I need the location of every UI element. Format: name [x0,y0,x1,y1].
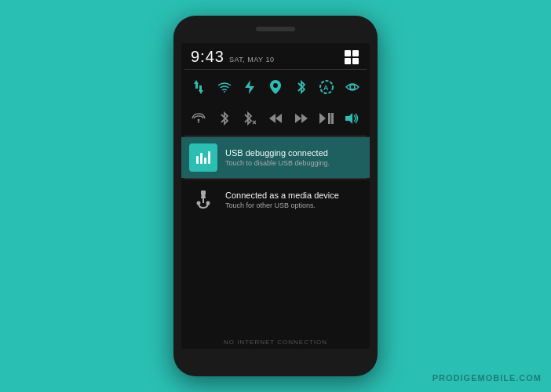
svg-rect-20 [331,113,334,124]
rewind-icon[interactable] [265,107,286,129]
svg-marker-5 [245,80,254,94]
media-row [181,104,370,136]
flash-icon[interactable] [239,76,261,98]
usb-debug-content: USB debugging connected Touch to disable… [225,148,362,167]
bluetooth2-icon[interactable] [213,107,235,129]
svg-marker-14 [269,114,276,123]
usb-media-icon [189,186,217,214]
phone-screen: 9:43 SAT, MAY 10 [181,43,370,349]
svg-rect-23 [203,198,204,203]
svg-marker-16 [295,114,301,123]
usb-debug-notification[interactable]: USB debugging connected Touch to disable… [181,136,370,178]
svg-point-9 [350,85,355,89]
svg-marker-21 [345,113,352,124]
svg-point-4 [224,91,225,93]
svg-rect-22 [201,191,206,198]
fast-forward-icon[interactable] [290,107,312,129]
auto-rotate-icon[interactable]: A [316,76,338,98]
eye-icon[interactable] [341,76,363,98]
radio-icon[interactable] [188,107,210,129]
svg-point-10 [198,119,200,122]
usb-debug-title: USB debugging connected [225,148,362,158]
phone-speaker [256,27,295,31]
svg-rect-3 [199,85,202,90]
svg-rect-19 [328,113,330,124]
svg-marker-17 [301,114,308,123]
svg-text:A: A [323,84,329,92]
phone-body: 9:43 SAT, MAY 10 [173,16,378,376]
bottom-bar: NO INTERNET CONNECTION [181,336,370,349]
wifi-icon[interactable] [213,76,235,98]
usb-media-subtitle: Touch for other USB options. [225,201,362,209]
svg-rect-1 [195,84,198,89]
svg-point-6 [273,83,278,88]
status-time: 9:43 [191,48,224,66]
svg-marker-2 [199,90,203,94]
usb-debug-icon-box [189,143,217,172]
svg-point-24 [197,201,201,205]
location-icon[interactable] [265,76,286,98]
grid-icon [343,49,360,66]
bluetooth-connect-icon[interactable] [239,107,261,129]
status-date: SAT, MAY 10 [229,56,275,64]
usb-debug-subtitle: Touch to disable USB debugging. [225,159,362,167]
svg-point-25 [206,201,210,205]
watermark: PRODIGEMOBILE.COM [432,373,542,383]
svg-marker-18 [319,113,326,124]
usb-media-content: Connected as a media device Touch for ot… [225,191,362,209]
play-pause-icon[interactable] [316,107,338,129]
status-right [343,49,360,66]
phone-wrapper: 9:43 SAT, MAY 10 [173,16,378,376]
usb-media-title: Connected as a media device [225,191,362,200]
svg-marker-0 [194,80,199,84]
data-transfer-icon[interactable] [188,76,210,98]
volume-icon[interactable] [341,107,363,129]
usb-debug-bars [196,151,210,164]
quick-settings-row1: A [181,70,370,104]
status-left: 9:43 SAT, MAY 10 [191,48,274,66]
svg-marker-15 [276,114,282,123]
usb-media-notification[interactable]: Connected as a media device Touch for ot… [181,179,370,220]
status-bar: 9:43 SAT, MAY 10 [181,43,370,69]
bluetooth-icon[interactable] [290,76,312,98]
no-internet-text: NO INTERNET CONNECTION [224,339,327,346]
